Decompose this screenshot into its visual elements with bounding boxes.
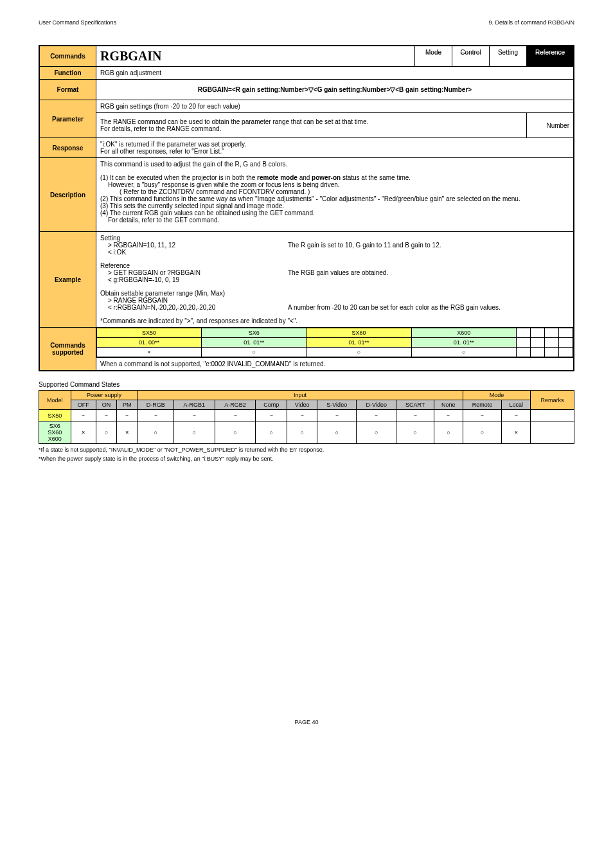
- parameter-line1: RGB gain settings (from -20 to 20 for ea…: [96, 100, 574, 113]
- commands-label: Commands: [39, 46, 96, 67]
- header-right: 9. Details of command RGBGAIN: [488, 19, 574, 26]
- supported-label: Commands supported: [39, 328, 96, 371]
- header-left: User Command Specifications: [39, 19, 116, 26]
- mode-col-setting: Setting: [490, 46, 527, 67]
- format-text: RGBGAIN=<R gain setting:Number>▽<G gain …: [96, 80, 574, 100]
- description-label: Description: [39, 158, 96, 232]
- supported-note: When a command is not supported, "e:0002…: [96, 358, 574, 371]
- example-text: Setting > RGBGAIN=10, 11, 12The R gain i…: [96, 232, 574, 328]
- example-label: Example: [39, 232, 96, 328]
- command-spec-table: Commands RGBGAIN Mode Control Setting Re…: [39, 45, 574, 371]
- parameter-detail: The RANGE command can be used to obtain …: [96, 113, 527, 138]
- states-table: Model Power supply Input Mode Remarks OF…: [39, 390, 574, 444]
- page-footer: PAGE 40: [39, 719, 574, 725]
- response-label: Response: [39, 138, 96, 158]
- states-foot1: *If a state is not supported, "INVALID_M…: [39, 447, 574, 453]
- parameter-number: Number: [527, 113, 574, 138]
- row2-models: SX6SX60X600: [39, 421, 71, 444]
- states-foot2: *When the power supply state is in the p…: [39, 456, 574, 462]
- format-label: Format: [39, 80, 96, 100]
- mode-col-mode: Mode: [415, 46, 452, 67]
- mode-col-reference: Reference: [527, 46, 574, 67]
- supported-models: SX50 SX6 SX60 X600 01. 00** 01. 01** 01.…: [96, 328, 574, 358]
- mode-col-control: Control: [452, 46, 490, 67]
- response-text: "i:OK" is returned if the parameter was …: [96, 138, 574, 158]
- parameter-label: Parameter: [39, 100, 96, 138]
- description-text: This command is used to adjust the gain …: [96, 158, 574, 232]
- states-title: Supported Command States: [39, 381, 574, 388]
- page-header: User Command Specifications 9. Details o…: [39, 19, 574, 26]
- command-name: RGBGAIN: [100, 49, 162, 63]
- function-label: Function: [39, 67, 96, 80]
- function-text: RGB gain adjustment: [96, 67, 574, 80]
